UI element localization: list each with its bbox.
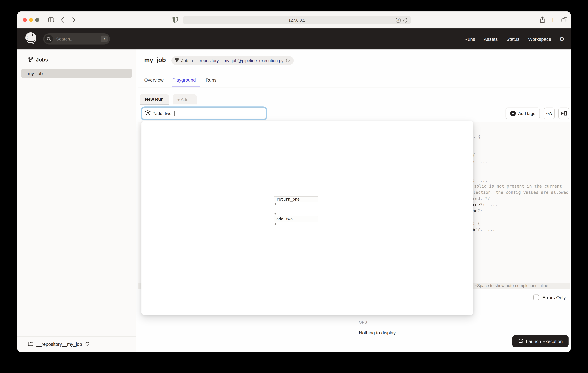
reload-job-icon[interactable] xyxy=(286,58,290,63)
svg-text:A: A xyxy=(397,19,399,22)
config-line: er?: ... xyxy=(472,227,495,232)
job-origin-tag: Job in __repository__my_job@pipeline_exe… xyxy=(171,56,294,65)
config-line: ne?: ... xyxy=(472,208,495,213)
reload-icon[interactable] xyxy=(403,18,408,24)
job-icon xyxy=(175,58,179,63)
header-nav: Runs Assets Status Workspace xyxy=(464,36,551,42)
app-body: Jobs my_job __repository__my_job m xyxy=(17,49,571,352)
sidebar: Jobs my_job __repository__my_job xyxy=(17,49,136,352)
jobs-icon xyxy=(28,57,33,63)
sidebar-item-my-job[interactable]: my_job xyxy=(21,69,132,78)
app-header: Search... / Runs Assets Status Workspace… xyxy=(17,28,571,49)
config-line: : { xyxy=(472,221,480,226)
output-port xyxy=(274,203,276,205)
repository-footer[interactable]: __repository__my_job xyxy=(17,336,136,352)
back-icon[interactable] xyxy=(61,17,64,23)
nav-status[interactable]: Status xyxy=(506,36,519,42)
config-line: ree?: ... xyxy=(472,202,498,207)
input-port xyxy=(274,213,276,214)
main-content: my_job Job in __repository__my_job@pipel… xyxy=(136,49,571,352)
graph-edge xyxy=(278,207,278,216)
traffic-lights xyxy=(23,18,39,22)
ops-empty-message: Nothing to display. xyxy=(359,330,397,335)
autocomplete-hint: +Space to show auto-completions inline. xyxy=(475,283,549,288)
privacy-shield-icon[interactable] xyxy=(172,16,178,23)
config-line: : { xyxy=(473,134,481,139)
expand-panel-button[interactable] xyxy=(558,108,569,119)
tabs-divider xyxy=(138,87,570,88)
share-icon[interactable] xyxy=(540,16,545,23)
plus-circle-icon: + xyxy=(510,111,516,116)
nav-workspace[interactable]: Workspace xyxy=(528,36,551,42)
ops-section-heading: OPS xyxy=(359,320,367,325)
tab-runs[interactable]: Runs xyxy=(206,77,217,83)
minimize-window-button[interactable] xyxy=(29,18,33,22)
tab-overview[interactable]: Overview xyxy=(144,77,164,83)
url-text: 127.0.0.1 xyxy=(288,18,305,22)
play-panel-icon xyxy=(561,111,567,116)
screen: 127.0.0.1 A + xyxy=(0,0,588,373)
gear-icon[interactable]: ⚙ xyxy=(559,36,565,42)
browser-toolbar: 127.0.0.1 A + xyxy=(17,11,571,28)
search-input[interactable]: Search... / xyxy=(43,33,110,44)
launch-execution-button[interactable]: Launch Execution xyxy=(512,335,568,347)
errors-only-checkbox[interactable] xyxy=(533,295,539,300)
search-icon xyxy=(44,35,53,43)
graph-node-add-two[interactable]: add_two xyxy=(274,216,318,222)
session-tab-add[interactable]: + Add... xyxy=(173,94,197,104)
tab-overview-icon[interactable] xyxy=(561,17,567,22)
folder-icon xyxy=(28,341,33,347)
graph-node-return-one[interactable]: return_one xyxy=(274,196,318,202)
session-tab-new-run[interactable]: New Run xyxy=(140,94,169,104)
op-selector-value: *add_two xyxy=(154,111,172,116)
job-origin-prefix: Job in xyxy=(181,58,193,63)
text-cursor xyxy=(175,111,175,116)
dagster-logo[interactable] xyxy=(24,31,38,47)
address-bar[interactable]: 127.0.0.1 A xyxy=(183,16,411,24)
search-placeholder: Search... xyxy=(56,36,74,41)
browser-window: 127.0.0.1 A + xyxy=(17,11,571,352)
tab-playground[interactable]: Playground xyxy=(172,77,196,83)
config-line: ... xyxy=(475,140,483,145)
config-line: : ... xyxy=(472,159,488,164)
sidebar-toggle-icon[interactable] xyxy=(48,17,54,22)
close-window-button[interactable] xyxy=(23,18,27,22)
op-selector-icon xyxy=(145,110,151,117)
config-line: solid is not present in the current xyxy=(474,184,562,188)
forward-icon[interactable] xyxy=(72,17,75,23)
repository-name: __repository__my_job xyxy=(36,341,82,347)
output-port xyxy=(274,223,276,225)
reload-repository-icon[interactable] xyxy=(85,341,89,347)
config-line: lection, the config values are allowed xyxy=(473,190,568,195)
nav-assets[interactable]: Assets xyxy=(484,36,498,42)
zoom-window-button[interactable] xyxy=(35,18,39,22)
op-graph-popover: return_one add_two xyxy=(141,121,473,315)
nav-runs[interactable]: Runs xyxy=(464,36,475,42)
errors-only-control: Errors Only xyxy=(533,295,566,300)
op-selector-input[interactable]: *add_two xyxy=(142,108,266,119)
job-origin-link[interactable]: __repository__my_job@pipeline_execution.… xyxy=(195,58,284,63)
config-line: red. */ xyxy=(472,196,490,201)
translate-icon[interactable]: A xyxy=(396,18,400,24)
autocomplete-button[interactable]: ••A xyxy=(544,108,555,119)
preview-vertical-divider xyxy=(354,317,354,352)
sidebar-title: Jobs xyxy=(36,57,48,63)
config-line: : ... xyxy=(472,178,488,183)
errors-only-label: Errors Only xyxy=(542,295,566,300)
external-link-icon xyxy=(518,338,523,344)
new-tab-icon[interactable]: + xyxy=(551,17,555,23)
page-title: my_job xyxy=(144,56,166,64)
add-tags-button[interactable]: + Add tags xyxy=(505,108,540,119)
search-shortcut-badge: / xyxy=(101,35,108,42)
